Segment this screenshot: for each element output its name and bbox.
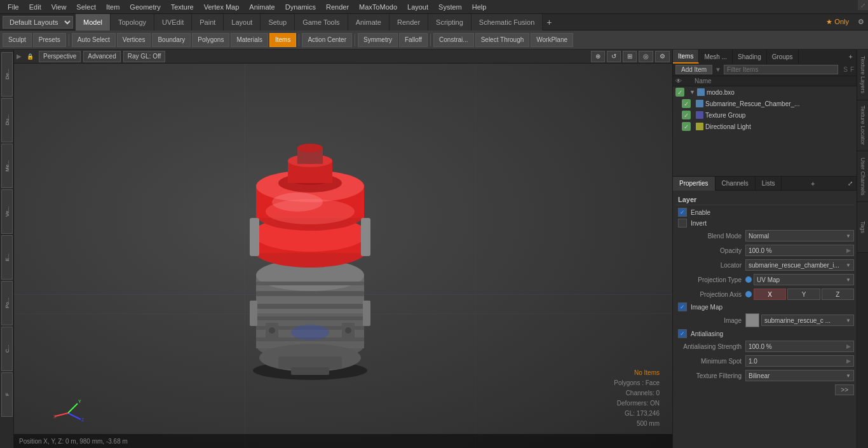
workplane-button[interactable]: WorkPlane [531,33,573,47]
select-through-button[interactable]: Select Through [475,33,530,47]
sidebar-btn-e[interactable]: E... [1,235,13,280]
sidebar-btn-ve[interactable]: Ve... [1,189,13,234]
layout-tab-schematic[interactable]: Schematic Fusion [471,14,543,31]
vtab-user-channels[interactable]: User Channels [857,151,868,202]
menu-geometry[interactable]: Geometry [125,2,165,12]
proj-y[interactable]: Y [787,288,820,300]
viewport-perspective-btn[interactable]: Perspective [39,51,81,62]
layout-tab-paint[interactable]: Paint [192,14,224,31]
items-tab-add[interactable]: + [845,51,857,62]
viewport-canvas[interactable]: Z Y X No Items Polygons : Face Channels:… [14,64,672,448]
sidebar-btn-po[interactable]: Po... [1,281,13,325]
proj-z[interactable]: Z [822,288,854,300]
filter-items-input[interactable] [724,65,838,74]
polygons-button[interactable]: Polygons [192,33,229,47]
boundary-button[interactable]: Boundary [152,33,191,47]
antialiasing-strength-value[interactable]: 100.0 % ▶ [745,341,854,352]
viewport-icon-5[interactable]: ⚙ [655,51,670,62]
vtab-texture-layers[interactable]: Texture Layers [857,50,868,100]
sidebar-btn-me[interactable]: Me... [1,144,13,188]
item-row-submarine[interactable]: ✓ Submarine_Rescue_Chamber_... [679,98,857,109]
item-row-light[interactable]: ✓ Directional Light [679,121,857,132]
image-dropdown[interactable]: submarine_rescue_c ... [761,315,854,326]
item-collapse-0[interactable]: ▼ [689,89,695,95]
add-item-button[interactable]: Add Item [675,65,712,74]
action-center-button[interactable]: Action Center [302,33,352,47]
layout-add-button[interactable]: + [543,16,555,29]
sidebar-btn-du[interactable]: Du... [1,98,13,142]
viewport-icon-3[interactable]: ⊞ [623,51,637,62]
item-eye-2[interactable]: ✓ [682,111,691,119]
layout-tab-topology[interactable]: Topology [111,14,154,31]
falloff-button[interactable]: Falloff [399,33,428,47]
blend-mode-dropdown[interactable]: Normal [745,230,854,241]
items-tab-groups[interactable]: Groups [767,50,799,64]
layout-tab-scripting[interactable]: Scripting [428,14,471,31]
layout-tab-layout[interactable]: Layout [224,14,261,31]
antialiasing-checkbox[interactable]: ✓ [678,329,687,338]
layout-tab-animate[interactable]: Animate [348,14,390,31]
props-tab-lists[interactable]: Lists [756,177,782,191]
presets-button[interactable]: Presets [33,33,66,47]
locator-dropdown[interactable]: submarine_rescue_chamber_i... [745,259,854,271]
symmetry-button[interactable]: Symmetry [358,33,398,47]
sidebar-btn-f[interactable]: F [1,372,13,417]
props-tab-properties[interactable]: Properties [673,177,715,191]
viewport-toggle[interactable]: ▶ [17,53,22,60]
item-eye-3[interactable]: ✓ [682,122,691,131]
menu-system[interactable]: System [433,2,467,12]
items-button[interactable]: Items [269,33,296,47]
viewport-raygl-btn[interactable]: Ray GL: Off [123,51,166,62]
item-row-modo[interactable]: ✓ ▼ modo.bxo [673,86,857,98]
item-eye-1[interactable]: ✓ [682,99,691,108]
add-item-dropdown-icon[interactable]: ▼ [715,66,721,73]
menu-texture[interactable]: Texture [166,2,199,12]
menu-help[interactable]: Help [467,2,492,12]
opacity-value[interactable]: 100.0 % ▶ [745,245,854,256]
sculpt-button[interactable]: Sculpt [3,33,32,47]
menu-vertex-map[interactable]: Vertex Map [199,2,245,12]
layout-tab-gametools[interactable]: Game Tools [295,14,348,31]
viewport-lock[interactable]: 🔒 [27,53,34,60]
proj-x[interactable]: X [754,288,786,300]
item-eye-0[interactable]: ✓ [675,88,684,97]
layout-tab-render[interactable]: Render [390,14,428,31]
layout-settings-icon[interactable]: ⚙ [854,17,868,27]
menu-layout[interactable]: Layout [402,2,433,12]
props-tab-channels[interactable]: Channels [715,177,756,191]
menu-animate[interactable]: Animate [244,2,280,12]
viewport-icon-2[interactable]: ↺ [607,51,621,62]
menu-view[interactable]: View [46,2,72,12]
constraints-button[interactable]: Constrai... [433,33,474,47]
item-row-texture[interactable]: ✓ Texture Group [679,109,857,121]
sidebar-btn-de[interactable]: De... [1,52,13,97]
image-map-checkbox[interactable]: ✓ [678,302,687,311]
menu-file[interactable]: File [3,2,24,12]
layout-tab-uvedit[interactable]: UVEdit [154,14,192,31]
viewport-icon-1[interactable]: ⊕ [591,51,605,62]
viewport-advanced-btn[interactable]: Advanced [83,51,120,62]
more-button[interactable]: >> [835,384,854,395]
invert-checkbox[interactable] [678,219,687,227]
menu-dynamics[interactable]: Dynamics [280,2,321,12]
vtab-texture-locator[interactable]: Texture Locator [857,100,868,151]
menu-select[interactable]: Select [71,2,101,12]
props-expand-icon[interactable]: ⤢ [844,179,857,188]
menu-render[interactable]: Render [321,2,354,12]
items-tab-shading[interactable]: Shading [733,50,767,64]
layout-tab-model[interactable]: Model [76,14,111,31]
menu-maxtomodo[interactable]: MaxToModo [354,2,402,12]
enable-checkbox[interactable]: ✓ [678,208,687,217]
viewport-icon-4[interactable]: ◎ [639,51,653,62]
texture-filtering-dropdown[interactable]: Bilinear [745,370,854,381]
layout-tab-setup[interactable]: Setup [261,14,295,31]
layout-selector[interactable]: Default Layouts [3,16,73,29]
auto-select-button[interactable]: Auto Select [72,33,116,47]
items-tab-items[interactable]: Items [673,50,699,64]
menu-edit[interactable]: Edit [24,2,46,12]
projection-type-dropdown[interactable]: UV Map [754,274,854,285]
items-tab-mesh[interactable]: Mesh ... [699,50,733,64]
vtab-tags[interactable]: Tags [857,202,868,253]
minimum-spot-value[interactable]: 1.0 ▶ [745,355,854,367]
props-tab-add[interactable]: + [807,179,818,189]
